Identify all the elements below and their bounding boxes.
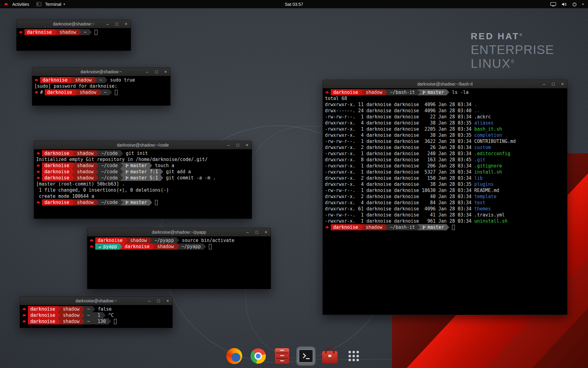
powerline-separator-icon [96,199,99,205]
powerline-separator-icon [92,312,95,318]
maximize-button[interactable]: □ [551,82,556,86]
powerline-separator-icon [92,318,95,324]
terminal-content[interactable]: darknoiseshadow~ [17,28,131,51]
file-name: CONTRIBUTING.md [474,138,516,144]
close-button[interactable]: × [165,299,170,303]
app-menu-label: Terminal [45,2,61,7]
dock-item-chrome[interactable] [249,347,268,366]
prompt-segment-user: darknoise [42,169,72,175]
prompt-line: pyappdarknoiseshadow~/pyapp [89,243,269,250]
terminal-cursor [209,244,212,249]
minimize-button[interactable]: – [245,230,250,234]
terminal-content[interactable]: darknoiseshadow~sudo true[sudo] password… [32,76,170,105]
maximize-button[interactable]: □ [154,70,159,74]
minimize-button[interactable]: – [542,82,546,86]
file-name: template [474,194,496,200]
terminal-window-exitcodes: darknoise@shadow:~ – □ × darknoiseshadow… [20,297,173,328]
terminal-content[interactable]: darknoiseshadow~/codegit initInitialized… [34,149,252,219]
dock-item-app-grid[interactable] [344,347,363,366]
prompt-segment-path: ~/code [99,163,120,169]
dock-item-files[interactable] [273,347,292,366]
prompt-segment-path: ~ [85,312,92,318]
dock-item-terminal[interactable] [296,347,315,366]
terminal-cursor [115,90,118,95]
prompt-line: darknoiseshadow~1^C [22,312,170,318]
power-icon[interactable] [572,2,577,7]
close-button[interactable]: × [124,22,128,26]
powerline-separator-icon [385,89,387,95]
redhat-prompt-icon [36,170,40,173]
prompt-line: darknoiseshadow~sudo true [34,77,168,83]
minimize-button[interactable]: – [145,70,149,74]
terminal-cursor [114,319,117,324]
close-button[interactable]: × [560,82,565,86]
prompt-segment-user: darknoise [40,77,70,83]
minimize-button[interactable]: – [147,299,152,303]
output-line: 1 file changed, 0 insertions(+), 0 delet… [36,187,250,193]
powerline-separator-icon [78,29,81,35]
prompt-segment-path: ~ [85,318,92,324]
maximize-button[interactable]: □ [254,230,259,234]
maximize-button[interactable]: □ [115,22,119,26]
file-name: plugins [474,181,494,187]
display-icon[interactable] [550,2,556,7]
terminal-content[interactable]: darknoiseshadow~falsedarknoiseshadow~1^C… [20,305,172,328]
powerline-separator-icon [160,175,163,181]
prompt-segment-host: shadow [60,306,82,312]
powerline-separator-icon [96,169,99,175]
close-button[interactable]: × [245,143,249,147]
prompt-segment-user: darknoise [24,29,54,35]
window-titlebar[interactable]: darknoise@shadow:~/code – □ × [34,141,252,149]
chevron-down-icon: ▾ [63,2,65,6]
prompt-segment-git: master [123,163,149,169]
window-title: darknoise@shadow:~/bash-it [417,82,473,86]
dock-item-toolbox[interactable] [320,347,339,366]
prompt-segment-user: darknoise [42,150,72,156]
window-titlebar[interactable]: darknoise@shadow:~ – □ × [17,20,131,28]
minimize-button[interactable]: – [105,22,110,26]
close-button[interactable]: × [163,70,168,74]
window-titlebar[interactable]: darknoise@shadow:~/bash-it – □ × [323,80,567,88]
maximize-button[interactable]: □ [156,299,161,303]
prompt-line: darknoiseshadow~/codemaster S:1git commi… [36,175,250,181]
terminal-content[interactable]: darknoiseshadow~/pyappsource bin/activat… [87,236,271,289]
prompt-segment-path: ~/bash-it [387,224,417,230]
minimize-button[interactable]: – [226,143,231,147]
powerline-separator-icon [92,306,95,312]
app-menu-terminal[interactable]: Terminal ▾ [33,0,69,8]
volume-icon[interactable] [561,2,567,7]
file-name: install.sh [474,169,502,175]
output-line: drwxrwxr-x. 2 darknoise darknoise 150 Ja… [325,175,565,181]
prompt-line: darknoiseshadow~/codemaster ?:1git add a [36,169,250,175]
window-titlebar[interactable]: darknoise@shadow:~ – □ × [20,297,172,305]
window-titlebar[interactable]: darknoise@shadow:~/pyapp – □ × [87,228,271,236]
output-line: drwxrwxr-x. 11 darknoise darknoise 4096 … [325,102,565,108]
output-line: drwxrwxr-x. 2 darknoise darknoise 26 Jan… [325,144,565,151]
terminal-content[interactable]: darknoiseshadow~/bash-itmasterls -latota… [323,88,567,315]
powerline-separator-icon [149,199,152,205]
output-text: drwxrwxr-x. 2 darknoise darknoise 26 Jan… [325,144,474,151]
output-line: -rwxrwxr-x. 1 darknoise darknoise 240 Ja… [325,151,565,157]
clock[interactable]: Sat 03:57 [282,0,306,8]
prompt-segment-path: ~/pyapp [179,243,203,250]
dock-item-firefox[interactable] [225,347,244,366]
powerline-separator-icon [58,312,60,318]
root-indicator: # [40,89,43,95]
redhat-prompt-icon [22,320,26,323]
powerline-separator-icon [70,77,73,83]
output-line: drwxrwxr-x. 4 darknoise darknoise 84 Jan… [325,200,565,206]
prompt-segment-user: darknoise [331,224,360,230]
output-text: drwxrwxr-x. 4 darknoise darknoise 84 Jan… [325,200,474,206]
maximize-button[interactable]: □ [236,143,240,147]
window-title: darknoise@shadow:~ [75,298,117,303]
redhat-prompt-icon [36,152,40,155]
close-button[interactable]: × [264,230,268,234]
powerline-separator-icon [120,199,123,205]
output-line: drwxrwxr-x. 4 darknoise darknoise 38 Jan… [325,132,565,138]
system-status-area[interactable]: ▾ [546,0,588,8]
powerline-separator-icon [96,163,99,169]
window-titlebar[interactable]: darknoise@shadow:~ – □ × [32,68,170,76]
output-text: [sudo] password for darknoise: [34,83,117,89]
activities-button[interactable]: Activities [0,0,33,8]
activities-label: Activities [12,2,29,7]
